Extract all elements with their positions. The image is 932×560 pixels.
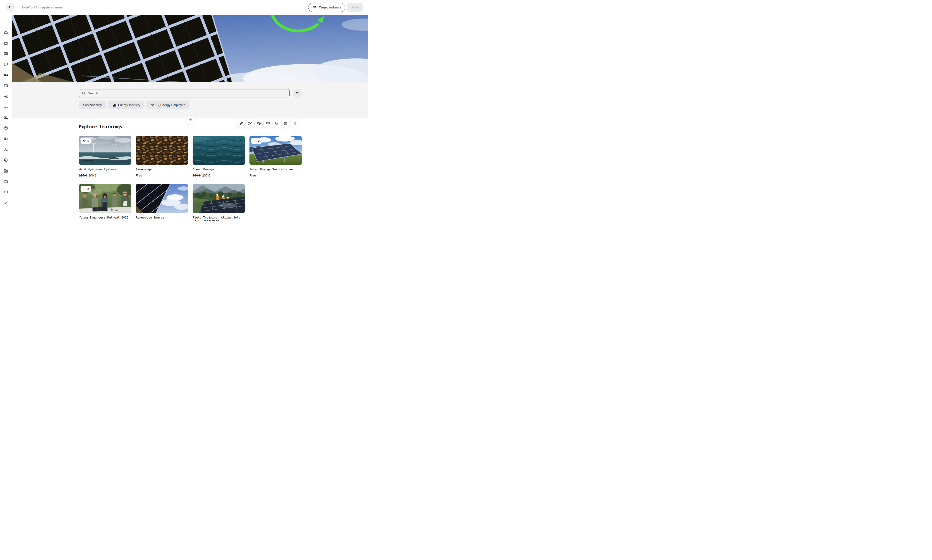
toolbar-shield-user-button[interactable] — [272, 119, 281, 128]
card-artwork-ocean — [193, 135, 245, 165]
training-card-image — [193, 184, 245, 213]
current-price: 200 € — [88, 174, 97, 177]
training-card[interactable]: 2 Solar Energy Technologies Free — [250, 135, 302, 177]
training-card-image — [136, 135, 188, 165]
grid9-icon — [253, 139, 256, 143]
search-section — [12, 82, 368, 118]
company-building-icon — [3, 169, 8, 174]
training-card-image — [136, 184, 188, 213]
sidebar-item-trend-line[interactable] — [2, 103, 10, 111]
sidebar-item-settings-gear[interactable] — [2, 156, 10, 165]
sidebar-item-menu[interactable] — [2, 18, 10, 26]
sidebar-item-people-group[interactable] — [2, 71, 10, 80]
top-bar: Storefront for registered users Target a… — [0, 0, 368, 15]
current-price: 200 € — [202, 174, 210, 177]
filter-chips-row: SustainabilityEnergy IndustryS_Energy Em… — [79, 101, 190, 109]
current-price: Free — [250, 174, 256, 177]
search-input[interactable] — [79, 89, 290, 97]
training-card-price: 200 € 200 € — [193, 174, 245, 177]
chat-alert-icon — [3, 62, 8, 68]
settings-gear-icon — [3, 158, 8, 163]
calendar-icon — [3, 83, 8, 89]
user-settings-icon — [3, 147, 8, 152]
trainings-grid: 5 Wind Hydrogen Systems 200 € 200 € — [79, 135, 302, 222]
training-card-price: Free — [250, 174, 302, 177]
filter-chip-label: S_Energy Employee — [156, 103, 185, 107]
card-badge: 2 — [80, 186, 91, 192]
back-button[interactable] — [6, 3, 15, 12]
chart-search-icon — [3, 94, 8, 100]
section-toolbar — [237, 119, 299, 128]
toolbar-add-circle-button[interactable] — [255, 119, 263, 128]
trend-line-icon — [3, 105, 8, 110]
card-artwork-fieldtraining — [193, 184, 245, 213]
filter-chip-sustainability[interactable]: Sustainability — [79, 101, 106, 109]
training-card[interactable]: 5 Wind Hydrogen Systems 200 € 200 € — [79, 135, 131, 177]
sidebar-item-briefcase[interactable] — [2, 39, 10, 48]
training-card[interactable]: 2 Young Engineers Retreat 2025 — [79, 184, 131, 222]
filter-button[interactable] — [293, 89, 302, 98]
training-card[interactable]: Bioenergy Free — [136, 135, 188, 177]
sidebar-item-help[interactable] — [2, 125, 10, 133]
search-field-wrap — [79, 89, 290, 97]
toolbar-delete-trash-button[interactable] — [281, 119, 290, 128]
home-icon — [3, 30, 8, 36]
sidebar-item-mail-forward[interactable] — [2, 114, 10, 122]
section-title: Explore trainings — [79, 124, 122, 129]
target-audience-button[interactable]: Target audience — [308, 3, 345, 12]
card-badge: 5 — [80, 138, 91, 144]
presentation-list-icon — [3, 51, 8, 57]
filter-chip-label: Sustainability — [83, 103, 102, 107]
delete-trash-icon — [284, 121, 288, 126]
shield-user-icon — [275, 121, 279, 126]
training-card-title: Field Training: Alpine Solar Cell Deploy… — [193, 216, 245, 222]
sidebar-item-presentation-list[interactable] — [2, 50, 10, 58]
training-card-price: Free — [136, 174, 188, 177]
grid9-icon — [83, 187, 86, 191]
training-card-title: Ocean Energy — [193, 168, 245, 171]
card-artwork-panelsky — [136, 184, 188, 213]
toolbar-edit-pencil-button[interactable] — [237, 119, 245, 128]
sidebar-item-checkmark[interactable] — [2, 199, 10, 207]
training-card-image: 2 — [79, 184, 131, 213]
training-card-title: Wind Hydrogen Systems — [79, 168, 131, 171]
current-price: Free — [136, 174, 142, 177]
sidebar-item-chat-alert[interactable] — [2, 60, 10, 69]
toolbar-cut-scissors-button[interactable] — [246, 119, 255, 128]
sidebar-nav — [0, 15, 12, 222]
training-card[interactable]: Field Training: Alpine Solar Cell Deploy… — [193, 184, 245, 222]
hero-banner-image — [12, 15, 368, 82]
sidebar-item-chart-search[interactable] — [2, 92, 10, 101]
training-card-title: Young Engineers Retreat 2025 — [79, 216, 131, 220]
star-icon — [83, 139, 86, 143]
training-card-title: Renewable Energy — [136, 216, 188, 220]
eye-icon — [312, 5, 316, 10]
sidebar-item-calendar[interactable] — [2, 82, 10, 90]
sidebar-item-company-building[interactable] — [2, 167, 10, 175]
back-arrow-icon — [8, 5, 13, 10]
sidebar-item-home[interactable] — [2, 29, 10, 37]
page-title: Storefront for registered users — [22, 0, 63, 15]
old-price: 200 € — [79, 174, 87, 177]
badge-value: 5 — [87, 139, 89, 143]
training-card[interactable]: Ocean Energy 200 € 200 € — [193, 135, 245, 177]
filter-chip-label: Energy Industry — [118, 103, 140, 107]
filter-chip-energy-industry[interactable]: Energy Industry — [108, 101, 145, 109]
training-card-title: Bioenergy — [136, 168, 188, 171]
filter-icon — [295, 91, 299, 96]
badge-value: 2 — [258, 139, 259, 143]
sidebar-item-folder[interactable] — [2, 177, 10, 186]
dashboard-icon — [112, 103, 116, 107]
briefcase-icon — [3, 41, 8, 46]
sidebar-item-apps-edit[interactable] — [2, 135, 10, 143]
save-button[interactable]: Save — [347, 3, 363, 12]
training-card[interactable]: Renewable Energy — [136, 184, 188, 222]
sidebar-item-video-library[interactable] — [2, 188, 10, 197]
training-card-title: Solar Energy Technologies — [250, 168, 302, 171]
filter-chip-s-energy-employee[interactable]: S_Energy Employee — [146, 101, 190, 109]
toolbar-drag-handle-button[interactable] — [290, 119, 299, 128]
sidebar-item-user-settings[interactable] — [2, 146, 10, 154]
training-card-image: 2 — [250, 135, 302, 165]
toolbar-theme-palette-button[interactable] — [264, 119, 272, 128]
add-section-button[interactable] — [187, 116, 194, 124]
